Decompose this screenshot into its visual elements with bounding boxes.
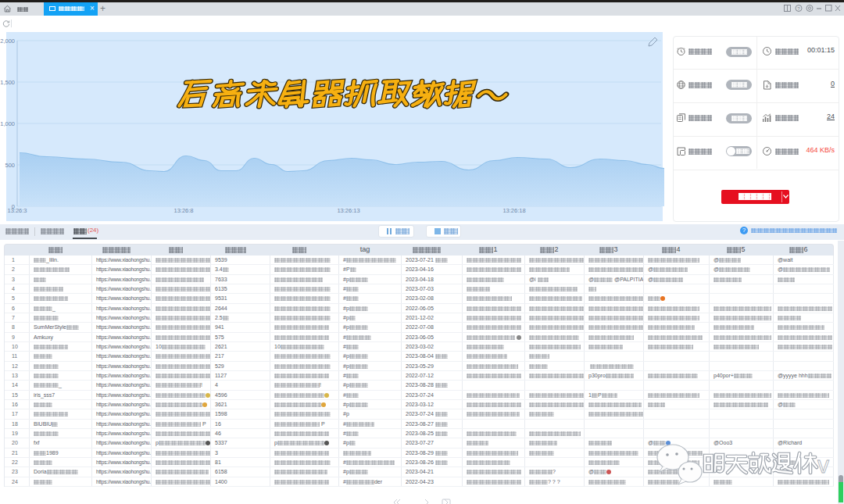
svg-text:2,000: 2,000 — [0, 38, 15, 45]
svg-text:13:26:3: 13:26:3 — [7, 207, 27, 214]
svg-text:1,500: 1,500 — [0, 79, 15, 86]
svg-text:500: 500 — [5, 162, 15, 169]
svg-text:13:26:13: 13:26:13 — [337, 207, 359, 214]
svg-text:13:26:18: 13:26:18 — [502, 207, 525, 214]
svg-text:?: ? — [797, 6, 800, 11]
svg-text:v: v — [817, 452, 829, 477]
svg-text:13:26:8: 13:26:8 — [173, 207, 193, 214]
svg-text:1,000: 1,000 — [0, 120, 15, 127]
